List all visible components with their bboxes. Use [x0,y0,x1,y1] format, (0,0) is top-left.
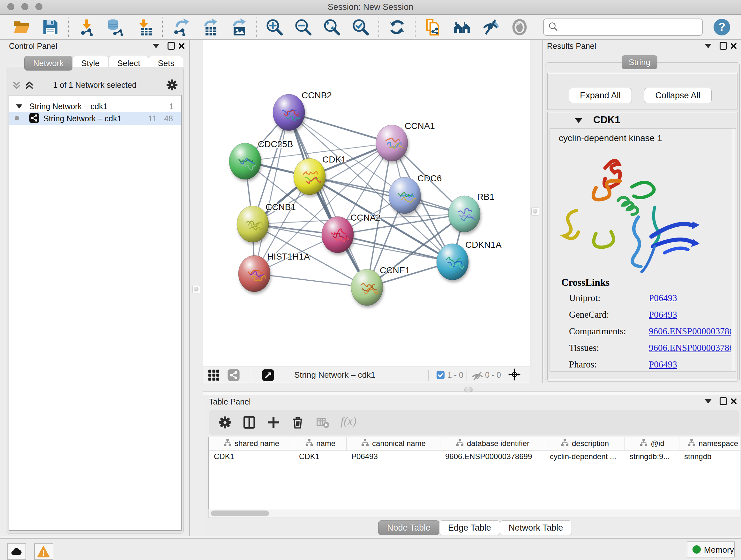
table-cell[interactable]: 9606.ENSP00000378699 [440,450,545,462]
table-cell[interactable]: stringdb [679,450,740,462]
crosslink-link[interactable]: 9606.ENSP00000378699 [649,343,736,353]
column-header-name[interactable]: name [294,437,346,450]
network-node-ccne1[interactable] [351,269,384,308]
crosslink-link[interactable]: P06493 [649,309,677,320]
network-view-toolbar: String Network – cdk1 1 - 0 0 - 0 [203,367,530,383]
network-node-ccnb1[interactable] [237,206,270,245]
zoom-selected-icon[interactable] [352,18,369,36]
crosslink-link[interactable]: P06493 [649,359,677,370]
warning-icon[interactable] [34,543,53,560]
network-node-ccnb2[interactable] [273,94,306,133]
table-cell[interactable]: stringdb:9... [624,450,679,462]
left-splitter[interactable] [189,40,203,536]
delete-column-icon[interactable] [291,415,305,429]
table-collapse-icon[interactable] [704,399,712,403]
column-header-database-identifier[interactable]: database identifier [440,437,545,450]
birds-eye-view-icon[interactable] [262,369,274,381]
panel-close-icon[interactable] [179,42,185,50]
current-network-indicator [15,116,19,120]
network-node-cdc25b[interactable] [229,143,262,182]
import-network-icon[interactable] [78,18,96,36]
network-node-cdkn1a[interactable] [436,244,469,282]
clone-network-icon[interactable] [424,18,442,36]
refresh-icon[interactable] [388,18,406,36]
collection-expander-icon[interactable] [16,105,22,109]
tab-string[interactable]: String [622,55,657,69]
column-header--id[interactable]: @id [624,437,679,450]
table-cell[interactable]: CDK1 [209,450,294,462]
network-node-rb1[interactable] [448,196,481,234]
table-gear-icon[interactable] [218,415,232,429]
table-cell[interactable]: cyclin-dependent ... [545,450,624,462]
collapse-all-button[interactable]: Collapse All [644,88,712,103]
right-splitter-handle[interactable] [531,207,539,215]
panel-collapse-icon[interactable] [152,44,159,48]
panel-float-icon[interactable] [167,42,175,50]
tab-network[interactable]: Network [24,56,72,71]
import-table-icon[interactable] [135,18,153,36]
memory-button[interactable]: Memory [687,542,735,557]
string-home-icon[interactable] [453,18,471,36]
column-header-namespace[interactable]: namespace [679,437,740,450]
help-icon[interactable]: ? [714,19,730,36]
network-node-hist1h1a[interactable] [239,255,271,294]
search-box[interactable] [543,18,703,36]
grid-view-icon[interactable] [207,369,220,381]
cloud-icon[interactable] [7,543,26,560]
network-node-cdc6[interactable] [389,177,421,216]
expand-all-button[interactable]: Expand All [569,88,632,103]
tab-node-table[interactable]: Node Table [378,520,440,535]
table-row[interactable]: CDK1CDK1P064939606.ENSP00000378699cyclin… [209,450,740,462]
table-toolbar: f(x) [209,410,739,435]
table-horizontal-scrollbar[interactable] [208,509,740,518]
show-columns-icon[interactable] [242,415,256,429]
open-session-icon[interactable] [13,18,30,36]
crosslink-link[interactable]: P06493 [649,293,677,303]
results-float-icon[interactable] [720,42,727,50]
hidden-eye-icon [471,370,482,381]
tab-edge-table[interactable]: Edge Table [439,520,500,535]
table-float-icon[interactable] [720,397,727,405]
column-header-canonical-name[interactable]: canonical name [346,437,440,450]
zoom-out-icon[interactable] [294,18,312,36]
network-node-ccna2[interactable] [322,216,354,255]
left-splitter-handle[interactable] [192,285,200,294]
table-cell[interactable]: CDK1 [294,450,346,462]
export-network-icon[interactable] [172,18,190,36]
import-database-icon[interactable] [107,18,125,36]
results-close-icon[interactable] [731,42,737,50]
save-session-icon[interactable] [42,18,59,36]
right-splitter[interactable] [530,40,542,396]
network-view-icon[interactable] [227,369,240,381]
results-vertical-scrollbar[interactable] [731,129,736,371]
network-graph[interactable]: CCNB2CCNA1CDC25BCDK1CDC6RB1CCNB1CCNA2CDK… [203,40,530,367]
show-details-icon[interactable] [511,18,529,36]
table-cell[interactable]: P06493 [346,450,440,462]
zoom-in-icon[interactable] [266,18,283,36]
add-column-icon[interactable] [266,415,280,429]
network-node-cdk1[interactable] [293,159,327,197]
export-image-icon[interactable] [229,18,247,36]
node-table[interactable]: shared namenamecanonical namedatabase id… [208,437,740,509]
search-input[interactable] [558,20,698,35]
network-canvas[interactable]: CCNB2CCNA1CDC25BCDK1CDC6RB1CCNB1CCNA2CDK… [203,40,530,367]
network-collection-row[interactable]: String Network – cdk1 1 [9,101,181,112]
network-node-ccna1[interactable] [376,125,409,164]
gene-section-expander-icon[interactable] [575,118,583,123]
tab-network-table[interactable]: Network Table [500,520,572,535]
column-header-shared-name[interactable]: shared name [209,437,294,450]
zoom-fit-icon[interactable] [323,18,341,36]
horizontal-splitter-handle[interactable] [464,387,473,392]
network-options-gear-icon[interactable] [165,78,179,91]
hide-details-icon[interactable] [482,18,500,36]
export-table-icon[interactable] [200,18,218,36]
results-collapse-icon[interactable] [704,44,712,48]
table-scrollbar-thumb[interactable] [211,510,269,516]
horizontal-splitter[interactable] [203,383,741,396]
crosslink-link[interactable]: 9606.ENSP00000378699 [649,326,736,336]
fit-content-crosshair-icon[interactable] [508,368,522,382]
network-row[interactable]: String Network – cdk1 11 48 [9,112,181,125]
selected-nodes-checkbox[interactable] [436,371,445,379]
table-close-icon[interactable] [731,397,737,405]
column-header-description[interactable]: description [545,437,624,450]
